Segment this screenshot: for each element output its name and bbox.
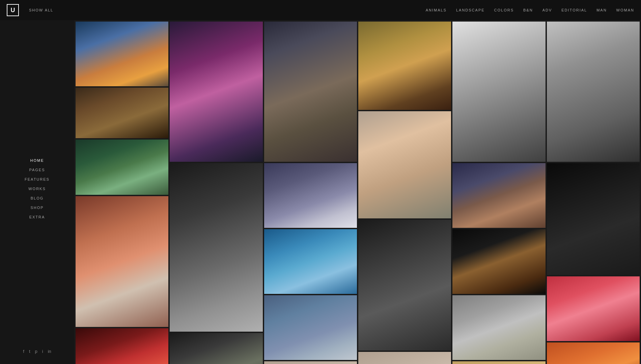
- sidebar-item-features[interactable]: FEATURES: [25, 176, 50, 183]
- nav-man[interactable]: MAN: [596, 8, 607, 12]
- main-content: [74, 20, 641, 364]
- sidebar-nav: HOME PAGES FEATURES WORKS BLOG SHOP EXTR…: [25, 157, 50, 220]
- photo-item[interactable]: [358, 22, 451, 110]
- photo-item[interactable]: [264, 295, 357, 360]
- photo-item[interactable]: [76, 88, 168, 138]
- photo-item[interactable]: [76, 328, 168, 364]
- nav-woman[interactable]: WOMAN: [616, 8, 634, 12]
- photo-item[interactable]: [264, 22, 357, 162]
- photo-item[interactable]: [76, 140, 168, 195]
- sidebar-item-home[interactable]: HOME: [30, 157, 44, 164]
- show-all-link[interactable]: SHOW ALL: [29, 8, 53, 12]
- photo-item[interactable]: [452, 22, 545, 162]
- photo-item[interactable]: [170, 163, 262, 332]
- header: U SHOW ALL ANIMALS LANDSCAPE COLORS B&N …: [0, 0, 641, 20]
- photo-item[interactable]: [547, 163, 640, 275]
- nav-animals[interactable]: ANIMALS: [426, 8, 447, 12]
- header-nav: ANIMALS LANDSCAPE COLORS B&N ADV EDITORI…: [426, 8, 634, 12]
- photo-item[interactable]: [452, 295, 545, 360]
- sidebar-item-blog[interactable]: BLOG: [31, 195, 44, 202]
- sidebar: HOME PAGES FEATURES WORKS BLOG SHOP EXTR…: [0, 20, 74, 364]
- photo-item[interactable]: [452, 163, 545, 228]
- nav-bn[interactable]: B&N: [523, 8, 533, 12]
- sidebar-social: f t p i in: [23, 349, 51, 354]
- sidebar-item-shop[interactable]: SHOP: [30, 204, 44, 211]
- photo-item[interactable]: [264, 361, 357, 364]
- instagram-icon[interactable]: i: [42, 349, 43, 354]
- photo-item[interactable]: [170, 333, 262, 364]
- photo-item[interactable]: [452, 361, 545, 364]
- linkedin-icon[interactable]: in: [48, 349, 51, 354]
- nav-editorial[interactable]: EDITORIAL: [561, 8, 587, 12]
- nav-colors[interactable]: COLORS: [494, 8, 514, 12]
- nav-landscape[interactable]: LANDSCAPE: [456, 8, 485, 12]
- photo-item[interactable]: [264, 229, 357, 294]
- pinterest-icon[interactable]: p: [35, 349, 37, 354]
- header-left: U SHOW ALL: [7, 4, 53, 16]
- photo-item[interactable]: [358, 220, 451, 351]
- logo[interactable]: U: [7, 4, 19, 16]
- photo-item[interactable]: [76, 22, 168, 86]
- facebook-icon[interactable]: f: [23, 349, 24, 354]
- photo-item[interactable]: [358, 352, 451, 364]
- twitter-icon[interactable]: t: [29, 349, 30, 354]
- photo-grid: [76, 22, 640, 364]
- photo-item[interactable]: [547, 342, 640, 364]
- photo-item[interactable]: [170, 22, 262, 162]
- nav-adv[interactable]: ADV: [542, 8, 552, 12]
- sidebar-item-pages[interactable]: PAGES: [29, 166, 45, 173]
- photo-item[interactable]: [76, 196, 168, 327]
- sidebar-item-works[interactable]: WORKS: [28, 185, 46, 192]
- photo-item[interactable]: [452, 229, 545, 294]
- sidebar-item-extra[interactable]: EXTRA: [29, 214, 45, 220]
- photo-item[interactable]: [547, 276, 640, 341]
- photo-item[interactable]: [264, 163, 357, 228]
- photo-item[interactable]: [547, 22, 640, 162]
- photo-item[interactable]: [358, 111, 451, 218]
